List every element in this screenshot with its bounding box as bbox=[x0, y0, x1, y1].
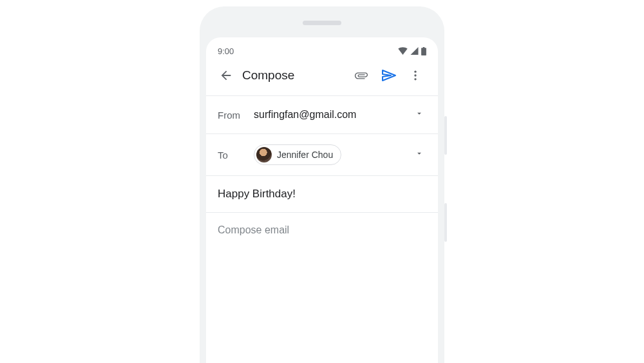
phone-frame: 9:00 Compose From surfingfa bbox=[200, 6, 444, 363]
cellular-icon bbox=[410, 47, 419, 55]
from-expand[interactable] bbox=[412, 106, 426, 123]
svg-point-2 bbox=[414, 78, 416, 80]
paperclip-icon bbox=[354, 68, 368, 83]
attachment-button[interactable] bbox=[348, 62, 375, 89]
phone-side-button bbox=[444, 203, 447, 242]
overflow-menu-button[interactable] bbox=[402, 62, 429, 89]
screen: 9:00 Compose From surfingfa bbox=[206, 37, 438, 363]
status-icons bbox=[398, 47, 426, 55]
from-value: surfingfan@gmail.com bbox=[254, 109, 412, 121]
from-row[interactable]: From surfingfan@gmail.com bbox=[206, 95, 438, 133]
battery-icon bbox=[421, 47, 426, 55]
from-label: From bbox=[218, 110, 254, 121]
recipient-name: Jennifer Chou bbox=[277, 150, 333, 160]
app-bar: Compose bbox=[206, 59, 438, 92]
phone-side-button bbox=[444, 116, 447, 155]
to-label: To bbox=[218, 150, 254, 161]
avatar bbox=[256, 147, 272, 162]
status-time: 9:00 bbox=[218, 46, 234, 56]
wifi-icon bbox=[398, 47, 408, 55]
back-button[interactable] bbox=[213, 62, 240, 89]
arrow-back-icon bbox=[219, 68, 233, 83]
to-row[interactable]: To Jennifer Chou bbox=[206, 133, 438, 175]
chevron-down-icon bbox=[415, 109, 424, 118]
subject-input[interactable]: Happy Birthday! bbox=[206, 175, 438, 212]
to-value: Jennifer Chou bbox=[254, 144, 412, 165]
svg-point-0 bbox=[414, 71, 416, 73]
send-icon bbox=[381, 68, 396, 83]
body-input[interactable]: Compose email bbox=[206, 212, 438, 363]
recipient-chip[interactable]: Jennifer Chou bbox=[254, 144, 341, 165]
status-bar: 9:00 bbox=[206, 43, 438, 59]
more-vert-icon bbox=[409, 69, 422, 82]
svg-point-1 bbox=[414, 74, 416, 76]
app-bar-title: Compose bbox=[242, 68, 348, 83]
chevron-down-icon bbox=[415, 149, 424, 158]
phone-speaker bbox=[303, 21, 341, 25]
to-expand[interactable] bbox=[412, 146, 426, 163]
send-button[interactable] bbox=[375, 62, 402, 89]
